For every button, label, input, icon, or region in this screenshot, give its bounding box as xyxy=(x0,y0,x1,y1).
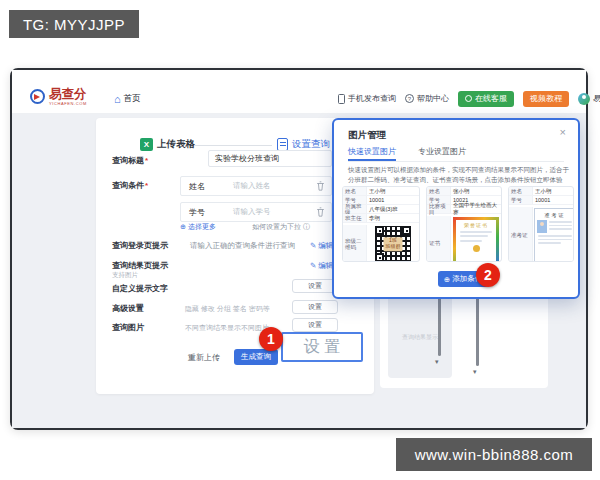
phone-icon xyxy=(338,94,345,104)
admission-ticket-title: 准考证 xyxy=(537,212,573,218)
close-icon[interactable]: × xyxy=(560,126,566,138)
settings-highlight-text: 设置 xyxy=(299,337,346,358)
ticket-line xyxy=(549,228,572,230)
step-upload-table: X 上传表格 xyxy=(140,138,195,151)
preview-field-key: 姓名 xyxy=(509,187,533,195)
mobile-publish-label: 手机发布查询 xyxy=(348,93,396,104)
scroll-arrow-down-icon: ▾ xyxy=(473,368,477,375)
qr-finder-pattern xyxy=(375,226,384,235)
excel-icon: X xyxy=(140,138,153,151)
user-menu[interactable]: 易查分帮助 ∨ xyxy=(578,93,600,105)
mobile-publish-link[interactable]: 手机发布查询 xyxy=(338,93,396,104)
stepper-line xyxy=(194,145,272,146)
user-menu-label: 易查分帮助 xyxy=(593,93,600,104)
site-url-badge: www.win-bbin888.com xyxy=(396,438,592,471)
dropdown-help-link[interactable]: 如何设置为下拉 ⓘ xyxy=(252,222,310,232)
logo-subtext: YICHAFEN.COM xyxy=(49,102,87,106)
online-service-label: 在线客服 xyxy=(475,93,507,104)
tab-pro-set-image[interactable]: 专业设置图片 xyxy=(418,146,466,161)
class-qr-code: 1班班级群 xyxy=(375,226,411,262)
query-conditions-label: 查询条件* xyxy=(112,180,148,191)
ticket-line xyxy=(549,221,572,223)
ticket-line xyxy=(538,242,561,244)
preview-field-value: 王小明 xyxy=(533,188,573,195)
advanced-set-button[interactable]: 设置 xyxy=(292,300,338,314)
condition-row-name: 姓名 请输入姓名 xyxy=(180,176,332,196)
ticket-line xyxy=(538,239,572,241)
query-title-input[interactable]: 实验学校分班查询 xyxy=(208,150,332,167)
ticket-photo-row xyxy=(537,220,573,233)
online-service-button[interactable]: 在线客服 xyxy=(458,91,514,107)
ticket-line xyxy=(538,235,572,237)
result-tip-edit-button[interactable]: ✎ 编辑 xyxy=(310,261,333,271)
certificate-line xyxy=(460,235,488,237)
logo-icon xyxy=(30,89,45,104)
login-tip-edit-button[interactable]: ✎ 编辑 xyxy=(310,241,333,251)
qr-caption: 1班班级群 xyxy=(384,237,403,251)
preview-field-value: 李明 xyxy=(367,215,419,222)
custom-text-label: 自定义提示文字 xyxy=(112,283,168,294)
question-icon: ? xyxy=(405,94,414,103)
query-image-set-button[interactable]: 设置 xyxy=(292,318,338,332)
certificate-line xyxy=(460,231,492,233)
settings-highlight-callout: 设置 xyxy=(281,332,363,362)
scroll-arrow-down-icon: ▾ xyxy=(435,358,439,365)
query-image-label: 查询图片 xyxy=(112,322,144,333)
screenshot-canvas: TG: MYYJJPP www.win-bbin888.com 易查分 YICH… xyxy=(0,0,600,480)
advanced-settings-desc: 隐藏 修改 分组 签名 密码等 xyxy=(185,304,270,314)
ticket-photo xyxy=(537,220,547,233)
video-tutorial-button[interactable]: 视频教程 xyxy=(523,91,569,107)
condition-name-input[interactable]: 请输入姓名 xyxy=(233,181,316,191)
annotation-step-2-badge: 2 xyxy=(476,263,500,287)
qr-finder-pattern xyxy=(375,253,384,262)
query-title-label: 查询标题* xyxy=(112,155,148,166)
admission-ticket-image: 准考证 xyxy=(534,208,574,262)
ticket-line xyxy=(549,225,572,227)
nav-home-label: 首页 xyxy=(124,93,141,105)
step-upload-label: 上传表格 xyxy=(157,138,195,151)
delete-icon[interactable] xyxy=(316,207,325,217)
condition-field-name: 姓名 xyxy=(189,181,233,192)
edit-icon: ✎ xyxy=(310,261,316,271)
preview-card-admission-ticket: 姓名王小明 学号10001 准考证 准考证 xyxy=(508,186,574,262)
avatar xyxy=(578,93,590,105)
info-icon: ⓘ xyxy=(303,222,310,232)
certificate-title: 荣誉证书 xyxy=(458,222,494,228)
help-center-label: 帮助中心 xyxy=(417,93,449,104)
reupload-button[interactable]: 重新上传 xyxy=(188,352,220,363)
preview-field-value: 10001 xyxy=(367,197,419,203)
preview-field-key: 班主任 xyxy=(343,214,367,222)
select-more-link[interactable]: ⊕ 选择更多 xyxy=(180,222,216,232)
logo-text-wrap: 易查分 YICHAFEN.COM xyxy=(49,88,87,106)
nav-home[interactable]: ⌂ 首页 xyxy=(114,93,141,105)
preview-field-key: 学号 xyxy=(509,196,533,204)
advanced-settings-label: 高级设置 xyxy=(112,303,144,314)
result-tip-subnote: 支持图片 xyxy=(112,271,138,280)
condition-row-student-id: 学号 请输入学号 xyxy=(180,202,332,222)
preview-scrollbar[interactable] xyxy=(476,296,479,366)
modal-title: 图片管理 xyxy=(348,129,386,142)
tab-quick-set-image[interactable]: 快速设置图片 xyxy=(348,146,396,161)
help-center-link[interactable]: ? 帮助中心 xyxy=(405,93,449,104)
query-image-desc: 不同查询结果显示不同图片 xyxy=(185,323,269,333)
required-mark: * xyxy=(145,156,148,165)
preview-field-key: 证书 xyxy=(427,216,451,262)
condition-id-input[interactable]: 请输入学号 xyxy=(233,207,316,217)
header-right-group: 手机发布查询 ? 帮助中心 在线客服 视频教程 易查分帮助 ∨ xyxy=(338,90,600,107)
preview-field-key: 班级二维码 xyxy=(343,225,367,262)
result-tip-label: 查询结果页提示 xyxy=(112,260,168,271)
delete-icon[interactable] xyxy=(316,181,325,191)
modal-description-text: 快速设置图片可以根据添加的条件，实现不同查询结果显示不同图片，适合于分班群二维码… xyxy=(348,166,569,183)
telegram-badge: TG: MYYJJPP xyxy=(9,10,139,38)
site-logo[interactable]: 易查分 YICHAFEN.COM xyxy=(30,88,87,106)
preview-field-value: 王小明 xyxy=(367,188,419,195)
login-tip-value: 请输入正确的查询条件进行查询 xyxy=(190,241,295,251)
annotation-step-1-badge: 1 xyxy=(259,327,283,351)
plus-circle-icon: ⊕ xyxy=(444,275,450,284)
generate-query-button[interactable]: 生成查询 xyxy=(234,349,278,365)
preview-placeholder-text: 查询结果显示 xyxy=(402,333,438,342)
preview-field-key: 准考证 xyxy=(509,207,533,262)
qr-caption-line2: 班级群 xyxy=(386,243,401,249)
login-tip-label: 查询登录页提示 xyxy=(112,240,168,251)
preview-scrollbar[interactable] xyxy=(438,296,441,356)
